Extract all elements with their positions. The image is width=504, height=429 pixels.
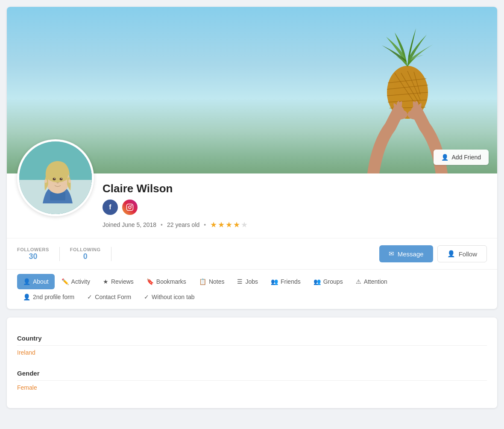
tab-notes[interactable]: 📋 Notes xyxy=(193,274,231,289)
follow-icon: 👤 xyxy=(447,250,455,258)
tab-activity[interactable]: ✏️ Activity xyxy=(56,274,96,289)
following-stat[interactable]: FOLLOWING 0 xyxy=(60,247,111,261)
gender-field: Gender Female xyxy=(17,363,487,398)
profile-card: 👤 Add Friend xyxy=(7,7,497,309)
tab-jobs-icon: ☰ xyxy=(237,278,243,285)
avatar xyxy=(17,139,94,216)
stats-section: FOLLOWERS 30 FOLLOWING 0 ✉ Message 👤 Fol… xyxy=(7,238,497,269)
tab-bookmarks-icon: 🔖 xyxy=(147,278,154,285)
profile-details: Claire Wilson f Joined June 5, 2018 xyxy=(103,139,487,229)
tab-about[interactable]: 👤 About xyxy=(17,274,55,289)
svg-rect-24 xyxy=(127,204,133,211)
content-card: Country Ireland Gender Female xyxy=(7,317,497,408)
rating-stars: ★ ★ ★ ★ ★ xyxy=(210,220,248,229)
profile-meta: Joined June 5, 2018 • 22 years old • ★ ★… xyxy=(103,220,487,229)
tabs-row-2: 👤 2nd profile form ✓ Contact Form ✓ With… xyxy=(17,289,487,309)
tab-notes-icon: 📋 xyxy=(199,278,206,285)
svg-point-21 xyxy=(61,178,62,179)
tab-without-icon[interactable]: ✓ Without icon tab xyxy=(138,289,200,305)
message-icon: ✉ xyxy=(389,250,394,258)
tab-jobs[interactable]: ☰ Jobs xyxy=(231,274,264,289)
svg-point-19 xyxy=(60,178,63,180)
profile-info: Claire Wilson f Joined June 5, 2018 xyxy=(7,139,497,238)
tab-friends[interactable]: 👥 Friends xyxy=(265,274,307,289)
tab-attention-icon: ⚠ xyxy=(356,278,361,285)
tab-friends-icon: 👥 xyxy=(271,278,278,285)
svg-point-22 xyxy=(44,179,47,183)
svg-point-25 xyxy=(129,206,131,209)
profile-name: Claire Wilson xyxy=(103,182,487,195)
facebook-icon[interactable]: f xyxy=(103,200,118,215)
svg-point-20 xyxy=(54,178,55,179)
tab-bookmarks[interactable]: 🔖 Bookmarks xyxy=(141,274,192,289)
tabs-section: 👤 About ✏️ Activity ★ Reviews 🔖 Bookmark… xyxy=(7,269,497,309)
message-button[interactable]: ✉ Message xyxy=(379,245,433,262)
tab-attention[interactable]: ⚠ Attention xyxy=(350,274,393,289)
tab-2nd-profile-icon: 👤 xyxy=(23,294,30,300)
svg-point-23 xyxy=(68,179,71,183)
country-field: Country Ireland xyxy=(17,328,487,363)
social-icons: f xyxy=(103,200,487,215)
svg-point-12 xyxy=(407,109,425,120)
tab-2nd-profile[interactable]: 👤 2nd profile form xyxy=(17,289,80,305)
svg-point-11 xyxy=(390,109,407,120)
tab-contact-form-icon: ✓ xyxy=(87,294,92,300)
tab-reviews-icon: ★ xyxy=(103,278,108,285)
tab-about-icon: 👤 xyxy=(23,278,30,285)
tab-activity-icon: ✏️ xyxy=(62,278,69,285)
followers-stat[interactable]: FOLLOWERS 30 xyxy=(17,247,60,261)
follow-button[interactable]: 👤 Follow xyxy=(437,245,487,262)
svg-point-18 xyxy=(53,178,56,180)
svg-point-26 xyxy=(131,205,132,206)
tab-contact-form[interactable]: ✓ Contact Form xyxy=(81,289,137,305)
instagram-icon[interactable] xyxy=(122,200,138,215)
tabs-row-1: 👤 About ✏️ Activity ★ Reviews 🔖 Bookmark… xyxy=(17,270,487,289)
tab-reviews[interactable]: ★ Reviews xyxy=(97,274,140,289)
tab-groups[interactable]: 👥 Groups xyxy=(308,274,349,289)
tab-groups-icon: 👥 xyxy=(314,278,321,285)
action-buttons: ✉ Message 👤 Follow xyxy=(379,245,487,262)
tab-without-icon-icon: ✓ xyxy=(144,294,149,300)
